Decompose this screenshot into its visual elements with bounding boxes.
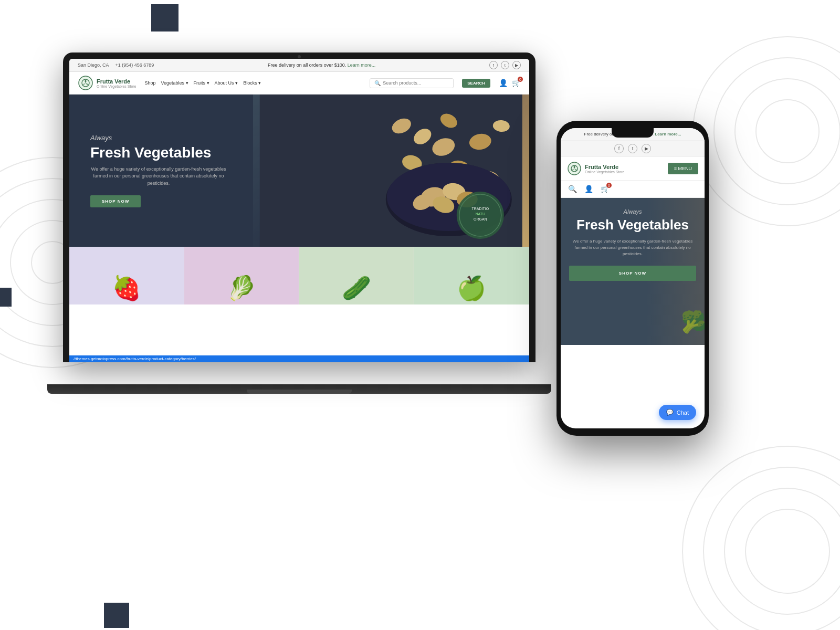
url-text: //themes.getmotopress.com/frutta-verde/p…: [74, 356, 196, 361]
youtube-icon[interactable]: ▶: [512, 61, 521, 69]
twitter-icon[interactable]: t: [501, 61, 509, 69]
phone-account-icon[interactable]: 👤: [584, 185, 593, 193]
site-topbar: San Diego, CA +1 (954) 456 6789 Free del…: [69, 59, 529, 72]
laptop-screen: San Diego, CA +1 (954) 456 6789 Free del…: [69, 59, 529, 362]
phone-facebook-icon[interactable]: f: [614, 144, 624, 153]
phone-chat-button[interactable]: 💬 Chat: [659, 405, 696, 420]
svg-text:NATU: NATU: [476, 212, 486, 216]
nav-blocks[interactable]: Blocks ▾: [243, 80, 261, 86]
nav-links: Shop Vegetables ▾ Fruits ▾ About Us ▾ Bl…: [145, 80, 362, 86]
cart-icon[interactable]: 🛒 0: [512, 79, 521, 87]
learn-more-link[interactable]: Learn more...: [348, 62, 376, 68]
site-hero: Always Fresh Vegetables We offer a huge …: [69, 94, 529, 247]
laptop-website: San Diego, CA +1 (954) 456 6789 Free del…: [69, 59, 529, 362]
phone-hero-subtitle: Always: [569, 208, 696, 215]
topbar-social: f t ▶: [489, 61, 521, 69]
phone-search-icon[interactable]: 🔍: [568, 185, 577, 193]
nav-fruits[interactable]: Fruits ▾: [194, 80, 209, 86]
potato-bowl-svg: TRADITIO NATU ORGAN: [253, 94, 529, 247]
phone-text: +1 (954) 456 6789: [116, 62, 154, 68]
scene: San Diego, CA +1 (954) 456 6789 Free del…: [0, 0, 840, 630]
phone-logo-icon: [567, 161, 582, 176]
phone-menu-button[interactable]: ≡ MENU: [668, 163, 698, 174]
phone-hero-title: Fresh Vegetables: [569, 217, 696, 233]
hero-image: TRADITIO NATU ORGAN: [253, 94, 529, 247]
hero-title: Fresh Vegetables: [90, 144, 227, 162]
laptop-camera: [298, 55, 301, 58]
topbar-center: Free delivery on all orders over $100. L…: [268, 62, 375, 68]
category-berries[interactable]: 🍓: [69, 247, 184, 304]
phone-hero-veggie: 🥦: [681, 310, 705, 334]
phone-device: Free delivery on all orders over $100. L…: [556, 121, 709, 436]
phone-hero-description: We offer a huge variety of exceptionally…: [569, 238, 696, 257]
laptop-outer: San Diego, CA +1 (954) 456 6789 Free del…: [63, 52, 536, 362]
search-icon: 🔍: [374, 80, 381, 86]
svg-text:TRADITIO: TRADITIO: [472, 207, 489, 211]
phone-social-bar: f t ▶: [561, 141, 705, 157]
phone-screen: Free delivery on all orders over $100. L…: [561, 128, 705, 428]
nav-shop[interactable]: Shop: [145, 80, 156, 86]
search-bar[interactable]: 🔍: [370, 78, 454, 88]
promo-text: Free delivery on all orders over $100.: [268, 62, 346, 68]
site-navbar: Frutta Verde Online Vegetables Store Sho…: [69, 72, 529, 94]
location-text: San Diego, CA: [78, 62, 109, 68]
apple-emoji: 🍏: [457, 274, 486, 302]
phone-logo-name: Frutta Verde: [585, 164, 625, 170]
hero-content: Always Fresh Vegetables We offer a huge …: [90, 134, 227, 207]
cucumber-emoji: 🥒: [342, 274, 371, 302]
phone-navbar: Frutta Verde Online Vegetables Store ≡ M…: [561, 157, 705, 181]
phone-learn-more[interactable]: Learn more...: [655, 132, 681, 136]
logo-tagline: Online Vegetables Store: [97, 85, 136, 88]
phone-icons-bar: 🔍 👤 🛒0: [561, 181, 705, 198]
search-input[interactable]: [383, 80, 440, 86]
phone-logo-text: Frutta Verde Online Vegetables Store: [585, 164, 625, 174]
nav-icons: 👤 🛒 0: [499, 79, 521, 87]
facebook-icon[interactable]: f: [489, 61, 498, 69]
phone-logo-area: Frutta Verde Online Vegetables Store: [567, 161, 625, 176]
cabbage-emoji: 🥬: [227, 274, 256, 302]
category-apple[interactable]: 🍏: [414, 247, 529, 304]
category-cabbage[interactable]: 🥬: [184, 247, 299, 304]
logo-name: Frutta Verde: [97, 78, 136, 85]
url-bar: //themes.getmotopress.com/frutta-verde/p…: [69, 355, 529, 362]
phone-youtube-icon[interactable]: ▶: [642, 144, 651, 153]
chat-icon: 💬: [666, 409, 674, 416]
category-cucumber[interactable]: 🥒: [299, 247, 414, 304]
nav-vegetables[interactable]: Vegetables ▾: [161, 80, 188, 86]
phone-hero-cta-button[interactable]: SHOP NOW: [569, 266, 696, 281]
logo-icon: [78, 75, 93, 91]
search-button[interactable]: SEARCH: [462, 79, 490, 88]
phone-hero-content: Always Fresh Vegetables We offer a huge …: [569, 208, 696, 281]
nav-about[interactable]: About Us ▾: [215, 80, 238, 86]
laptop-base: [47, 384, 551, 394]
site-logo: Frutta Verde Online Vegetables Store: [78, 75, 136, 91]
laptop-device: San Diego, CA +1 (954) 456 6789 Free del…: [63, 52, 536, 394]
phone-outer: Free delivery on all orders over $100. L…: [556, 121, 709, 436]
phone-notch: [612, 128, 654, 138]
logo-text: Frutta Verde Online Vegetables Store: [97, 78, 136, 88]
chat-label: Chat: [677, 410, 689, 416]
phone-cart-icon[interactable]: 🛒0: [601, 185, 610, 193]
svg-text:ORGAN: ORGAN: [474, 217, 487, 221]
berries-emoji: 🍓: [112, 274, 141, 302]
account-icon[interactable]: 👤: [499, 79, 508, 87]
topbar-left: San Diego, CA +1 (954) 456 6789: [78, 62, 154, 68]
hero-cta-button[interactable]: SHOP NOW: [90, 195, 141, 207]
phone-hero: Always Fresh Vegetables We offer a huge …: [561, 198, 705, 345]
phone-logo-tagline: Online Vegetables Store: [585, 170, 625, 174]
site-categories: 🍓 🥬 🥒: [69, 247, 529, 304]
phone-twitter-icon[interactable]: t: [628, 144, 637, 153]
hero-description: We offer a huge variety of exceptionally…: [90, 166, 227, 187]
hero-subtitle: Always: [90, 134, 227, 142]
